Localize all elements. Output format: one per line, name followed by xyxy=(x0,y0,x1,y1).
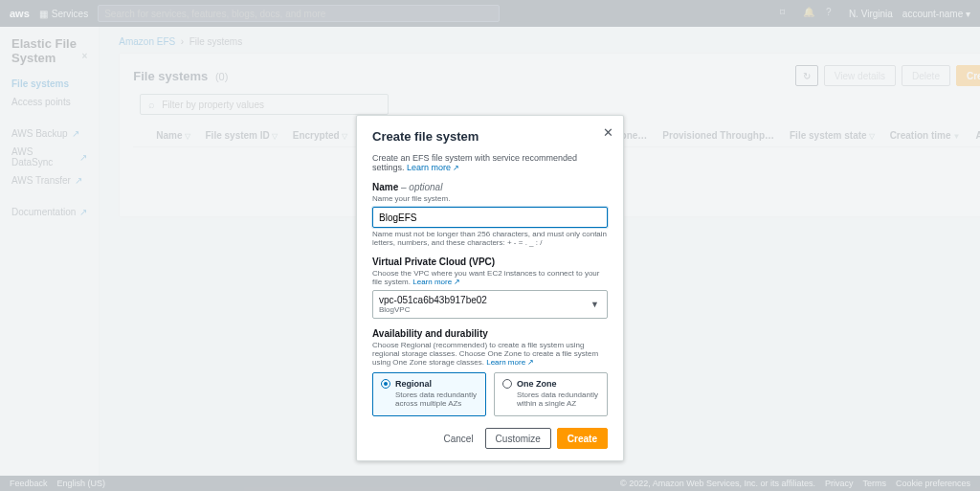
option-regional[interactable]: Regional Stores data redundantly across … xyxy=(372,372,486,416)
modal-footer: Cancel Customize Create xyxy=(372,428,608,449)
vpc-field: Virtual Private Cloud (VPC) Choose the V… xyxy=(372,257,608,319)
name-field: Name – optional Name your file system. N… xyxy=(372,182,608,247)
customize-button[interactable]: Customize xyxy=(485,428,551,449)
option-title: One Zone xyxy=(517,379,557,389)
modal-intro: Create an EFS file system with service r… xyxy=(372,153,608,172)
chevron-down-icon: ▼ xyxy=(590,300,599,309)
name-constraint: Name must not be longer than 256 charact… xyxy=(372,230,608,247)
create-button[interactable]: Create xyxy=(557,428,608,449)
modal-intro-text: Create an EFS file system with service r… xyxy=(372,153,577,172)
vpc-select[interactable]: vpc-051ca6b43b917be02 BlogVPC ▼ xyxy=(372,290,608,319)
availability-field: Availability and durability Choose Regio… xyxy=(372,328,608,416)
vpc-label: Virtual Private Cloud (VPC) xyxy=(372,257,608,267)
option-one-zone[interactable]: One Zone Stores data redundantly within … xyxy=(494,372,608,416)
availability-label: Availability and durability xyxy=(372,328,608,339)
cancel-button[interactable]: Cancel xyxy=(437,428,479,449)
label-optional: – optional xyxy=(398,182,442,192)
name-input[interactable] xyxy=(372,207,608,228)
availability-hint: Choose Regional (recommended) to create … xyxy=(372,341,608,367)
learn-more-link[interactable]: Learn more xyxy=(407,163,459,172)
option-desc: Stores data redundantly within a single … xyxy=(517,391,599,408)
close-icon[interactable]: ✕ xyxy=(603,125,613,140)
learn-more-link[interactable]: Learn more xyxy=(486,358,534,367)
name-hint: Name your file system. xyxy=(372,194,608,203)
radio-icon xyxy=(381,379,390,389)
modal-overlay: ✕ Create file system Create an EFS file … xyxy=(0,0,980,491)
modal-title: Create file system xyxy=(372,129,608,144)
vpc-hint-text: Choose the VPC where you want EC2 instan… xyxy=(372,269,599,286)
vpc-subvalue: BlogVPC xyxy=(379,305,601,314)
availability-options: Regional Stores data redundantly across … xyxy=(372,372,608,416)
learn-more-link[interactable]: Learn more xyxy=(412,278,460,286)
vpc-hint: Choose the VPC where you want EC2 instan… xyxy=(372,269,608,286)
radio-icon xyxy=(502,379,512,389)
label-text: Name xyxy=(372,182,398,192)
option-desc: Stores data redundantly across multiple … xyxy=(395,391,478,408)
name-label: Name – optional xyxy=(372,182,608,192)
create-file-system-modal: ✕ Create file system Create an EFS file … xyxy=(356,115,624,461)
vpc-value: vpc-051ca6b43b917be02 xyxy=(379,295,601,305)
option-title: Regional xyxy=(395,379,432,389)
